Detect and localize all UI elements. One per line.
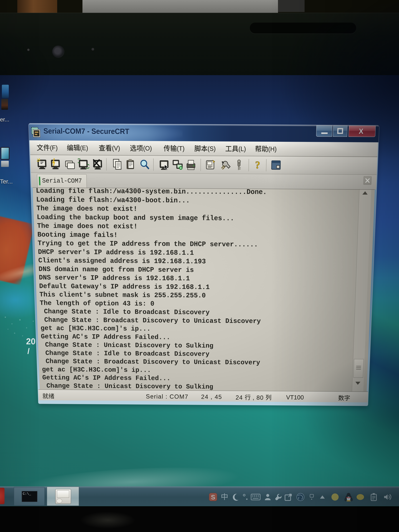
svg-text:S: S bbox=[211, 494, 215, 501]
svg-text:?: ? bbox=[255, 159, 260, 171]
